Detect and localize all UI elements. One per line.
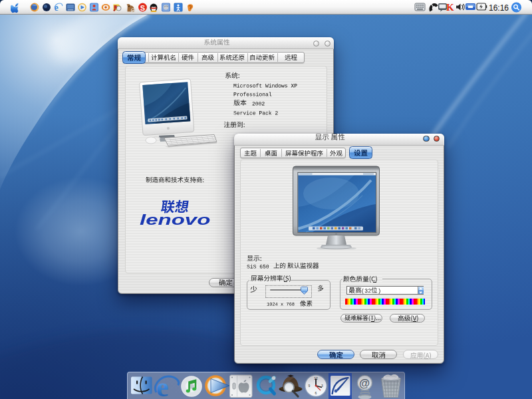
svg-text:@: @: [359, 377, 370, 389]
svg-text:9: 9: [309, 384, 311, 388]
svg-text:6: 6: [315, 391, 317, 395]
svg-text:16:16: 16:16: [489, 3, 509, 13]
svg-text:K: K: [446, 2, 454, 13]
